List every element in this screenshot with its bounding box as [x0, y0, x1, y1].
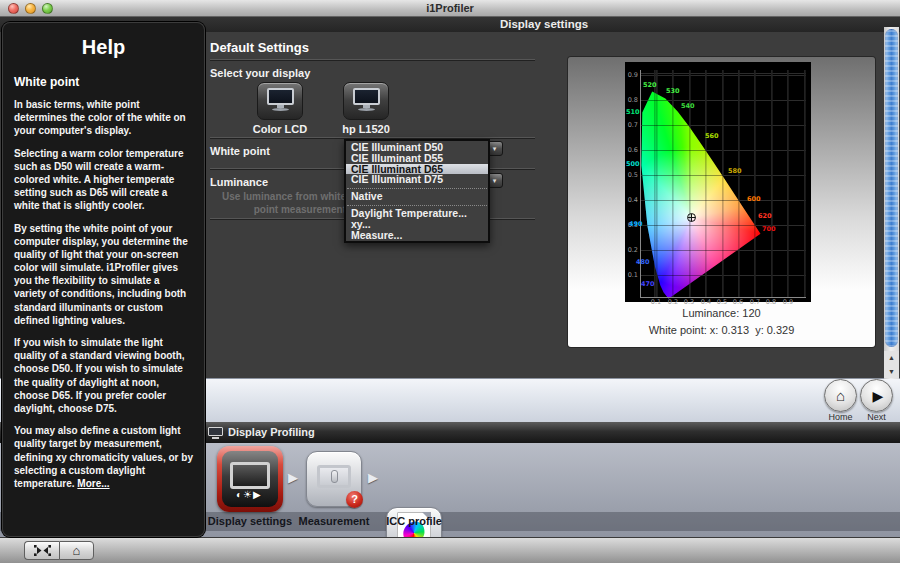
menu-item-native[interactable]: Native: [346, 191, 488, 202]
x-tick: 0.4: [699, 298, 713, 306]
brightness-contrast-icon: ◐☀▶: [236, 490, 262, 500]
menu-separator: [347, 185, 487, 189]
workflow-step-measurement[interactable]: ?: [306, 451, 362, 507]
wavelength-label: 560: [705, 132, 719, 140]
wavelength-label: 470: [641, 280, 655, 288]
select-display-label: Select your display: [210, 67, 310, 79]
y-tick: 0.9: [626, 71, 638, 79]
x-tick: 0.2: [666, 298, 680, 306]
luminance-caption: Luminance: 120: [568, 307, 875, 319]
help-heading: White point: [14, 75, 193, 89]
white-point-marker: [687, 213, 696, 222]
white-point-caption: White point: x: 0.313 y: 0.329: [568, 324, 875, 336]
help-paragraph: By setting the white point of your compu…: [14, 222, 193, 328]
divider: [210, 59, 535, 60]
y-tick: 0.6: [626, 146, 638, 154]
display-tile-hp-l1520[interactable]: [343, 82, 389, 120]
workflow-arrow-icon: ▶: [288, 470, 298, 485]
x-tick: 0.1: [649, 298, 663, 306]
chromaticity-panel: 0.9 0.8 0.7 0.6 0.5 0.4 0.3 0.2 0.1 0.1 …: [568, 57, 875, 347]
divider: [210, 137, 535, 138]
zoom-icon[interactable]: [42, 3, 53, 14]
x-tick: 0.8: [764, 298, 778, 306]
window-bottom-bar: [0, 537, 900, 563]
scrollbar-arrows: ▲ ▼: [884, 351, 899, 378]
y-tick: 0.7: [626, 121, 638, 129]
home-icon: ⌂: [836, 388, 845, 403]
scroll-down-icon[interactable]: ▼: [888, 368, 895, 375]
question-badge: ?: [346, 491, 363, 508]
section-title: Default Settings: [210, 40, 309, 55]
display-tile-color-lcd[interactable]: [257, 82, 303, 120]
white-point-label: White point: [210, 145, 270, 157]
luminance-note: Use luminance from white point measureme…: [200, 190, 346, 216]
chromaticity-chart: 0.9 0.8 0.7 0.6 0.5 0.4 0.3 0.2 0.1 0.1 …: [625, 62, 811, 302]
x-tick: 0.6: [731, 298, 745, 306]
x-tick: 0.9: [781, 298, 795, 306]
monitor-icon: [353, 88, 380, 105]
wavelength-label: 700: [762, 225, 776, 233]
page-title: Display settings: [205, 18, 883, 30]
play-icon: ▶: [870, 389, 884, 403]
monitor-icon: [317, 465, 351, 488]
window-title: i1Profiler: [0, 0, 900, 16]
monitor-icon: [267, 88, 294, 105]
menu-item-measure[interactable]: Measure...: [346, 230, 488, 241]
home-button-label: Home: [824, 412, 857, 422]
x-tick: 0.7: [748, 298, 762, 306]
workflow-arrow-icon: ▶: [368, 470, 378, 485]
wavelength-label: 540: [681, 102, 695, 110]
monitor-icon: [230, 462, 270, 489]
menu-item-xy[interactable]: xy...: [346, 219, 488, 230]
y-tick: 0.4: [626, 196, 638, 204]
next-button[interactable]: ▶: [860, 379, 893, 412]
white-point-menu: CIE Illuminant D50 CIE Illuminant D55 CI…: [344, 139, 490, 243]
help-title: Help: [14, 36, 193, 59]
more-link[interactable]: More...: [77, 478, 109, 489]
chart-grid-overlay: [640, 70, 806, 297]
wavelength-label: 510: [626, 108, 640, 116]
wavelength-label: 620: [758, 212, 772, 220]
y-tick: 0.1: [626, 271, 638, 279]
scrollbar-thumb[interactable]: [885, 29, 898, 347]
wavelength-label: 500: [626, 160, 640, 168]
close-icon[interactable]: [8, 3, 19, 14]
luminance-label: Luminance: [210, 176, 268, 188]
menu-separator: [347, 202, 487, 206]
x-tick: 0.5: [715, 298, 729, 306]
home-icon: ⌂: [73, 544, 81, 557]
display-name: Color LCD: [235, 123, 325, 135]
y-tick: 0.8: [626, 96, 638, 104]
y-tick: 0.2: [626, 246, 638, 254]
menu-item-d55[interactable]: CIE Illuminant D55: [346, 153, 488, 164]
x-tick: 0.3: [682, 298, 696, 306]
wavelength-label: 600: [747, 195, 761, 203]
wavelength-label: 490: [629, 220, 643, 228]
wavelength-label: 480: [636, 258, 650, 266]
next-button-label: Next: [860, 412, 893, 422]
wavelength-label: 530: [666, 87, 680, 95]
help-paragraph: If you wish to simulate the light qualit…: [14, 336, 193, 415]
workflow-step-label: ICC profile: [354, 515, 474, 527]
y-tick: 0.5: [626, 171, 638, 179]
resize-mode-button[interactable]: [24, 541, 59, 560]
help-panel: Help White point In basic terms, white p…: [2, 22, 205, 537]
help-paragraph: You may also define a custom light quali…: [14, 424, 193, 490]
fit-window-icon: [34, 545, 51, 556]
scroll-up-icon[interactable]: ▲: [888, 354, 895, 361]
titlebar: i1Profiler: [0, 0, 900, 17]
wavelength-label: 580: [728, 167, 742, 175]
wavelength-label: 520: [643, 81, 657, 89]
workflow-title: Display Profiling: [228, 426, 315, 438]
display-name: hp L1520: [321, 123, 411, 135]
home-mini-button[interactable]: ⌂: [59, 541, 94, 560]
help-paragraph: In basic terms, white point determines t…: [14, 98, 193, 138]
home-button[interactable]: ⌂: [824, 379, 857, 412]
measurement-device-icon: [331, 470, 338, 483]
help-paragraph: Selecting a warm color temperature such …: [14, 147, 193, 213]
menu-item-d75[interactable]: CIE Illuminant D75: [346, 174, 488, 185]
minimize-icon[interactable]: [25, 3, 36, 14]
display-profiling-icon: [208, 427, 223, 439]
workflow-step-display-settings[interactable]: ◐☀▶: [217, 446, 283, 512]
